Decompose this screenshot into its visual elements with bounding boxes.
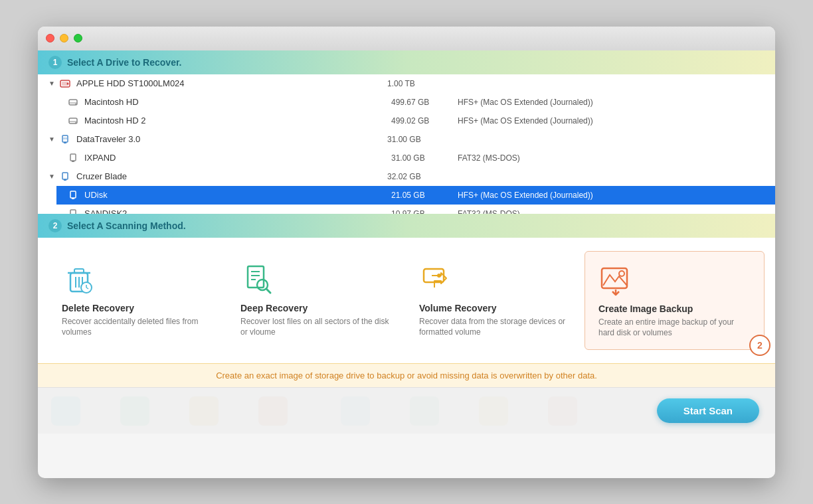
titlebar — [38, 27, 775, 50]
drive-row-macintosh-hd2[interactable]: Macintosh HD 2 499.02 GB HFS+ (Mac OS Ex… — [56, 112, 775, 130]
scan-methods: Delete Recovery Recover accidentally del… — [38, 238, 775, 364]
drive-row-apple-hdd[interactable]: ▼ APPLE HDD ST1000LM024 1.00 TB — [38, 74, 775, 93]
svg-rect-23 — [74, 269, 84, 273]
svg-rect-9 — [62, 135, 68, 142]
watermark-icon — [479, 396, 508, 426]
main-window: 1 Select A Drive to Recover. ▼ APPLE HDD… — [38, 27, 775, 478]
hdd-icon — [59, 78, 71, 90]
svg-rect-16 — [64, 179, 66, 181]
scan-method-delete-recovery[interactable]: Delete Recovery Recover accidentally del… — [48, 251, 227, 351]
drive-size: 1.00 TB — [387, 79, 454, 88]
drive-size: 499.02 GB — [391, 116, 458, 126]
delete-recovery-icon — [62, 262, 96, 296]
drive-name: Cruzer Blade — [76, 171, 387, 181]
section1-header: 1 Select A Drive to Recover. — [38, 50, 775, 74]
svg-rect-11 — [64, 137, 65, 139]
svg-rect-18 — [72, 198, 74, 199]
create-image-backup-icon — [598, 262, 633, 297]
section1-num: 1 — [48, 56, 62, 69]
deep-recovery-icon — [240, 262, 275, 296]
drive-size: 21.05 GB — [391, 191, 458, 200]
svg-point-40 — [619, 271, 624, 276]
main-content: 1 Select A Drive to Recover. ▼ APPLE HDD… — [38, 50, 775, 478]
volume-recovery-icon — [419, 262, 454, 296]
drive-size: 31.00 GB — [387, 135, 454, 144]
section2-num: 2 — [48, 219, 62, 232]
deep-recovery-desc: Recover lost files on all sectors of the… — [240, 316, 393, 339]
svg-rect-31 — [248, 266, 264, 288]
watermark-icon — [189, 396, 219, 426]
watermark-icon — [120, 396, 149, 426]
expand-arrow: ▼ — [48, 173, 59, 180]
minimize-button[interactable] — [60, 34, 68, 42]
drive-name: Macintosh HD 2 — [84, 116, 391, 126]
svg-rect-15 — [62, 173, 68, 179]
drive-row-macintosh-hd[interactable]: Macintosh HD 499.67 GB HFS+ (Mac OS Exte… — [56, 93, 775, 112]
drive-name: APPLE HDD ST1000LM024 — [76, 78, 387, 88]
volume-recovery-desc: Recover data from the storage devices or… — [419, 316, 571, 339]
drive-name: DataTraveler 3.0 — [76, 134, 387, 144]
create-image-backup-desc: Create an entire image backup of your ha… — [598, 317, 751, 339]
info-text: Create an exact image of storage drive t… — [216, 371, 597, 380]
drive-row-cruzer-blade[interactable]: ▼ Cruzer Blade 32.02 GB — [38, 167, 775, 186]
create-image-backup-name: Create Image Backup — [598, 303, 693, 314]
traffic-lights — [46, 34, 82, 42]
svg-rect-14 — [72, 161, 74, 162]
watermark-icon — [258, 396, 288, 426]
step-badge: 2 — [749, 335, 770, 356]
usb-icon — [67, 208, 79, 214]
svg-line-36 — [266, 289, 270, 293]
deep-recovery-name: Deep Recovery — [240, 303, 308, 313]
scan-method-create-image-backup[interactable]: Create Image Backup Create an entire ima… — [585, 251, 765, 351]
svg-point-2 — [67, 82, 69, 84]
drive-name: UDisk — [84, 190, 391, 200]
expand-arrow: ▼ — [48, 135, 59, 143]
drive-size: 10.97 GB — [391, 209, 458, 214]
vol-icon — [67, 115, 79, 127]
vol-icon — [67, 96, 79, 108]
drive-format: HFS+ (Mac OS Extended (Journaled)) — [458, 191, 765, 200]
start-scan-button[interactable]: Start Scan — [657, 398, 759, 423]
drive-size: 32.02 GB — [387, 172, 454, 181]
maximize-button[interactable] — [74, 34, 82, 42]
svg-point-5 — [75, 104, 76, 105]
drive-row-sandisk2[interactable]: SANDISK2 10.97 GB FAT32 (MS-DOS) — [56, 205, 775, 214]
drive-format: FAT32 (MS-DOS) — [458, 153, 765, 163]
usb-icon — [59, 133, 71, 145]
usb-icon — [67, 189, 79, 201]
drive-size: 31.00 GB — [391, 153, 458, 163]
drive-row-udisk[interactable]: UDisk 21.05 GB HFS+ (Mac OS Extended (Jo… — [56, 186, 775, 205]
section2-title: Select A Scanning Method. — [67, 220, 186, 231]
drive-format: HFS+ (Mac OS Extended (Journaled)) — [458, 98, 765, 107]
svg-rect-10 — [64, 142, 66, 143]
watermark-icon — [410, 396, 439, 426]
drive-size: 499.67 GB — [391, 98, 458, 107]
drive-format: FAT32 (MS-DOS) — [458, 209, 765, 214]
drive-row-datatraveler[interactable]: ▼ DataTraveler 3.0 31.00 GB — [38, 130, 775, 149]
info-bar: Create an exact image of storage drive t… — [38, 363, 775, 387]
watermark-icon — [548, 396, 577, 426]
drive-name: SANDISK2 — [84, 209, 391, 214]
delete-recovery-desc: Recover accidentally deleted files from … — [62, 316, 214, 339]
drive-list: ▼ APPLE HDD ST1000LM024 1.00 TB — [38, 74, 775, 214]
expand-arrow: ▼ — [48, 80, 59, 87]
footer: Start Scan — [38, 387, 775, 434]
watermark-icon — [51, 396, 80, 426]
svg-rect-12 — [66, 137, 67, 139]
delete-recovery-name: Delete Recovery — [62, 303, 134, 313]
scan-method-deep-recovery[interactable]: Deep Recovery Recover lost files on all … — [227, 251, 406, 351]
scan-method-volume-recovery[interactable]: Volume Recovery Recover data from the st… — [406, 251, 585, 351]
section1-title: Select A Drive to Recover. — [67, 57, 181, 68]
svg-point-8 — [75, 122, 76, 124]
drive-name: IXPAND — [84, 153, 391, 163]
usb-icon — [59, 171, 71, 183]
drive-row-ixpand[interactable]: IXPAND 31.00 GB FAT32 (MS-DOS) — [56, 149, 775, 167]
drive-name: Macintosh HD — [84, 97, 391, 107]
watermark-icon — [341, 396, 370, 426]
svg-rect-17 — [70, 191, 76, 198]
drive-format: HFS+ (Mac OS Extended (Journaled)) — [458, 116, 765, 126]
volume-recovery-name: Volume Recovery — [419, 303, 496, 313]
close-button[interactable] — [46, 34, 54, 42]
usb-icon — [67, 152, 79, 164]
section2-header: 2 Select A Scanning Method. — [38, 214, 775, 238]
